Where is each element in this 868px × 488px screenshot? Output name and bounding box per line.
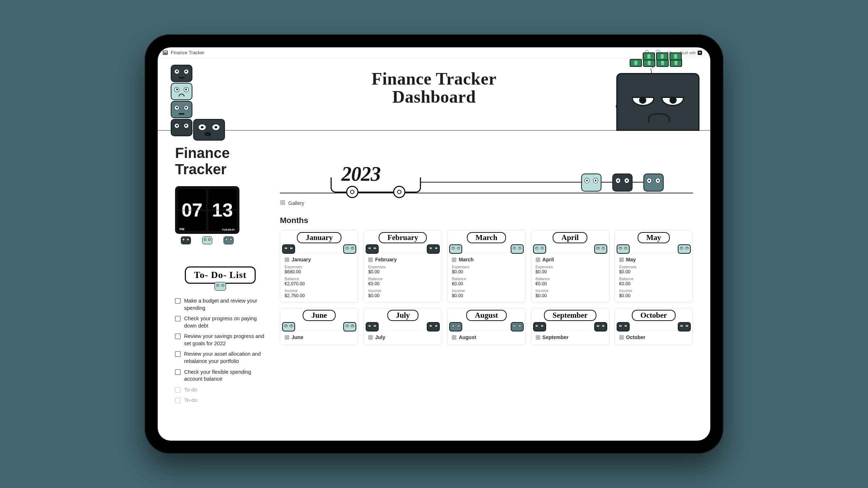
page-body: Finance Tracker 07 13 PM TUESDAY To- Do-… (158, 130, 710, 441)
todo-item-text: Review your asset allocation and rebalan… (184, 351, 265, 365)
month-card-title[interactable]: April (536, 257, 605, 262)
todo-item[interactable]: Review your asset allocation and rebalan… (175, 351, 265, 365)
month-faces (531, 244, 609, 254)
month-card-title[interactable]: September (536, 334, 605, 340)
field-label: Expenses (368, 265, 437, 269)
wheel-icon (346, 186, 358, 198)
field-value: €0.00 (368, 281, 437, 286)
checkbox[interactable] (175, 351, 180, 357)
month-card[interactable]: August August (447, 308, 526, 345)
tab-gallery[interactable]: Gallery (288, 200, 304, 206)
field-value: $0.00 (619, 293, 688, 298)
block-face-icon (224, 236, 234, 244)
field-label: Income (619, 288, 688, 293)
field-value: $680.00 (285, 269, 354, 274)
field-label: Balance (368, 277, 437, 281)
gallery-view-icon[interactable] (280, 200, 285, 206)
page-icon (368, 257, 373, 262)
field-label: Income (285, 288, 354, 293)
month-card[interactable]: February February Expenses $0.00 Balance… (363, 230, 442, 303)
block-face-icon (612, 174, 633, 192)
month-card-header: June (280, 308, 358, 331)
todo-item[interactable]: Make a budget and review your spending (175, 297, 265, 312)
field-value: $0.00 (452, 293, 521, 298)
month-card-title[interactable]: August (452, 334, 521, 340)
month-pill: February (379, 232, 427, 243)
todo-item[interactable]: To-do (175, 397, 265, 404)
block-face-icon (171, 119, 192, 136)
checkbox[interactable] (175, 298, 180, 304)
checkbox[interactable] (175, 398, 180, 403)
field-value: $0.00 (368, 293, 437, 298)
field-label: Income (368, 288, 437, 293)
checkbox[interactable] (175, 334, 180, 339)
checkbox[interactable] (175, 369, 180, 375)
month-card[interactable]: September September (531, 308, 609, 345)
month-card[interactable]: July July (363, 308, 442, 345)
month-card[interactable]: May May Expenses $0.00 Balance €0.00 Inc… (614, 230, 693, 303)
checkbox[interactable] (175, 387, 180, 393)
flip-clock-widget: 07 13 PM TUESDAY (175, 186, 239, 234)
month-card-header: August (447, 308, 525, 331)
checkbox[interactable] (175, 316, 180, 321)
hero-title-line1: Finance Tracker (371, 70, 497, 88)
month-card-title[interactable]: May (619, 257, 688, 262)
month-card-header: May (615, 231, 693, 253)
month-card[interactable]: April April Expenses $0.00 Balance €0.00… (531, 230, 609, 303)
block-face-icon (171, 83, 192, 100)
block-face-icon (282, 322, 295, 331)
block-face-icon (427, 322, 440, 331)
month-pill: May (638, 232, 670, 243)
todo-item[interactable]: Check your progress on paying down debt (175, 315, 265, 329)
month-faces (280, 322, 358, 332)
section-months-heading: Months (280, 216, 693, 225)
topbar: Finance Tracker Built with N (158, 47, 710, 58)
month-card-header: October (615, 308, 693, 331)
year-illustration: 2023 (280, 150, 693, 193)
month-faces (615, 244, 693, 254)
month-card-header: February (364, 231, 442, 253)
month-card-title[interactable]: June (285, 334, 354, 340)
block-face-icon (193, 119, 225, 141)
block-face-icon (214, 282, 226, 291)
block-face-icon (617, 244, 630, 254)
month-card[interactable]: January January Expenses $680.00 Balance… (280, 230, 358, 303)
month-card-body: October (615, 331, 693, 344)
hero-title: Finance Tracker Dashboard (371, 70, 497, 106)
todo-item-text: Check your progress on paying down debt (184, 315, 265, 329)
month-card-body: August (447, 331, 525, 344)
month-card[interactable]: March March Expenses $0.00 Balance €0.00… (447, 230, 526, 303)
year-label: 2023 (341, 162, 380, 185)
page-icon (452, 335, 456, 340)
page-icon (163, 51, 168, 55)
view-tabs: Gallery (280, 200, 693, 206)
month-card-title[interactable]: February (368, 257, 437, 262)
month-pill: September (544, 310, 596, 321)
month-card-title[interactable]: January (285, 257, 354, 262)
field-label: Balance (452, 277, 521, 281)
todo-list: Make a budget and review your spendingCh… (175, 297, 265, 404)
block-face-icon (181, 236, 191, 244)
field-value: $0.00 (368, 269, 437, 274)
field-value: $0.00 (536, 269, 605, 274)
page-icon (285, 257, 289, 262)
todo-item[interactable]: Review your savings progress and set goa… (175, 333, 265, 347)
block-face-icon (343, 322, 356, 331)
month-card-header: April (531, 231, 609, 253)
wheel-icon (393, 186, 405, 198)
month-faces (364, 244, 442, 254)
breadcrumb[interactable]: Finance Tracker (171, 50, 204, 55)
month-card-title[interactable]: March (452, 257, 521, 262)
field-label: Balance (536, 277, 605, 281)
hero-title-line2: Dashboard (371, 88, 497, 106)
month-card-title[interactable]: October (619, 334, 688, 340)
field-value: $0.00 (452, 269, 521, 274)
todo-title: To- Do- List (185, 266, 255, 284)
todo-item[interactable]: Check your flexible spending account bal… (175, 369, 265, 383)
month-card[interactable]: October October (614, 308, 693, 345)
month-faces (615, 322, 693, 332)
todo-item[interactable]: To-do (175, 386, 265, 394)
month-card-title[interactable]: July (368, 334, 437, 340)
month-card[interactable]: June June (280, 308, 358, 345)
block-face-icon (511, 322, 524, 331)
